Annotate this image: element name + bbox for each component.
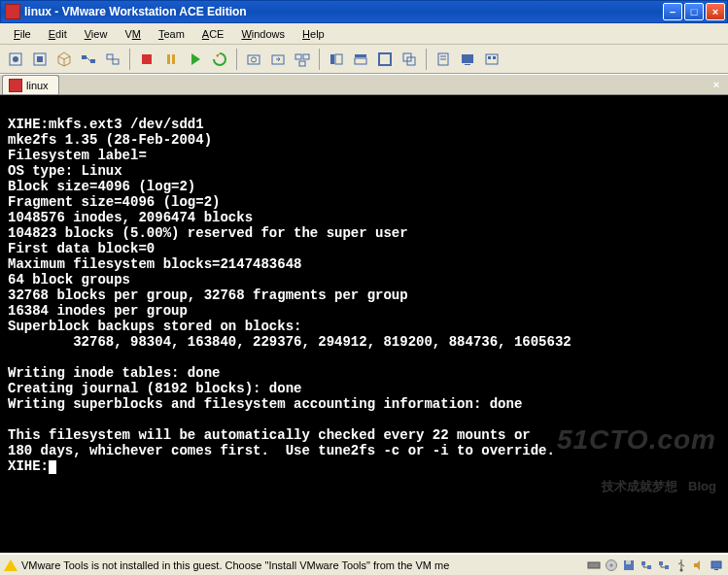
menu-edit[interactable]: Edit	[41, 26, 75, 42]
menu-file[interactable]: File	[6, 26, 39, 42]
svg-rect-27	[462, 54, 473, 63]
svg-rect-32	[588, 562, 600, 568]
svg-rect-19	[355, 54, 366, 57]
toolbar-power-icon[interactable]	[28, 48, 52, 71]
toolbar-devices-icon[interactable]	[101, 48, 124, 71]
toolbar-separator	[129, 49, 130, 70]
menu-team[interactable]: Team	[151, 26, 192, 42]
terminal-cursor	[49, 460, 56, 474]
svg-rect-14	[295, 54, 301, 59]
status-message: VMware Tools is not installed in this gu…	[21, 559, 449, 571]
warning-icon	[4, 559, 17, 571]
svg-rect-36	[626, 560, 631, 564]
snapshot-manager-icon[interactable]	[291, 48, 314, 71]
tray-network-icon[interactable]	[639, 558, 654, 573]
terminal-output: XIHE:mkfs.ext3 /dev/sdd1 mke2fs 1.35 (28…	[8, 101, 720, 458]
svg-rect-8	[142, 54, 152, 64]
menu-vm[interactable]: VM	[117, 26, 149, 42]
play-button[interactable]	[184, 48, 207, 71]
unity-icon[interactable]	[398, 48, 421, 71]
console-icon[interactable]	[456, 48, 479, 71]
snapshot-icon[interactable]	[242, 48, 265, 71]
toolbar-separator	[319, 49, 320, 70]
tab-close-button[interactable]: ×	[707, 75, 726, 94]
window-titlebar: linux - VMware Workstation ACE Edition –…	[0, 0, 728, 23]
svg-rect-16	[299, 61, 305, 66]
svg-rect-38	[647, 565, 651, 569]
svg-rect-29	[486, 54, 498, 64]
svg-rect-4	[82, 55, 87, 59]
menu-bar: File Edit View VM Team ACE Windows Help	[0, 23, 728, 45]
svg-rect-31	[493, 56, 496, 59]
svg-rect-42	[711, 561, 721, 568]
tray-display-icon[interactable]	[709, 558, 724, 573]
status-tray	[586, 558, 724, 573]
tab-linux[interactable]: linux	[2, 75, 59, 94]
svg-rect-37	[641, 561, 645, 565]
status-bar: VMware Tools is not installed in this gu…	[0, 554, 728, 575]
tray-harddisk-icon[interactable]	[586, 558, 602, 573]
tab-bar: linux ×	[0, 74, 728, 95]
svg-rect-7	[113, 59, 119, 64]
svg-rect-11	[248, 55, 260, 64]
watermark-line2: 技术成就梦想 Blog	[557, 479, 716, 494]
tray-cd-icon[interactable]	[604, 558, 619, 573]
pause-button[interactable]	[159, 48, 183, 71]
tray-floppy-icon[interactable]	[621, 558, 637, 573]
svg-rect-39	[659, 561, 663, 565]
svg-point-1	[13, 56, 18, 62]
stop-button[interactable]	[135, 48, 158, 71]
minimize-button[interactable]: –	[663, 3, 682, 20]
summary-icon[interactable]	[432, 48, 455, 71]
toolbar	[0, 45, 728, 74]
tray-usb-icon[interactable]	[674, 558, 689, 573]
svg-rect-15	[303, 54, 309, 59]
reset-button[interactable]	[208, 48, 231, 71]
svg-rect-21	[379, 53, 391, 65]
snapshot-revert-icon[interactable]	[266, 48, 290, 71]
tab-vm-icon	[9, 79, 22, 92]
svg-rect-10	[172, 54, 175, 64]
svg-rect-28	[465, 64, 470, 65]
svg-rect-43	[714, 569, 718, 570]
app-icon	[5, 4, 20, 19]
fullscreen-icon[interactable]	[373, 48, 397, 71]
terminal-console[interactable]: XIHE:mkfs.ext3 /dev/sdd1 mke2fs 1.35 (28…	[0, 95, 728, 553]
svg-rect-9	[167, 54, 170, 64]
window-title: linux - VMware Workstation ACE Edition	[24, 5, 663, 18]
toolbar-connect-icon[interactable]	[77, 48, 100, 71]
svg-rect-6	[107, 54, 113, 59]
menu-windows[interactable]: Windows	[233, 26, 293, 42]
toolbar-separator	[426, 49, 427, 70]
svg-rect-20	[355, 58, 366, 64]
terminal-prompt: XIHE:	[8, 458, 49, 474]
toolbar-separator	[236, 49, 237, 70]
svg-rect-30	[488, 56, 491, 59]
svg-rect-17	[330, 54, 334, 64]
svg-rect-18	[335, 54, 342, 64]
tab-label: linux	[26, 80, 49, 91]
menu-ace[interactable]: ACE	[194, 26, 232, 42]
close-button[interactable]: ×	[706, 3, 725, 20]
svg-point-12	[252, 57, 257, 62]
svg-rect-40	[665, 565, 669, 569]
menu-view[interactable]: View	[77, 26, 116, 42]
svg-rect-5	[90, 59, 95, 63]
svg-point-41	[680, 568, 683, 571]
appliance-icon[interactable]	[480, 48, 503, 71]
svg-rect-3	[37, 56, 43, 62]
toolbar-power-on-icon[interactable]	[4, 48, 27, 71]
sidebar-toggle-icon[interactable]	[325, 48, 348, 71]
svg-point-34	[610, 563, 613, 566]
tray-sound-icon[interactable]	[691, 558, 707, 573]
quickswitch-icon[interactable]	[349, 48, 372, 71]
window-controls: – □ ×	[663, 3, 725, 20]
toolbar-box-icon[interactable]	[52, 48, 76, 71]
tray-network2-icon[interactable]	[656, 558, 672, 573]
maximize-button[interactable]: □	[684, 3, 704, 20]
menu-help[interactable]: Help	[295, 26, 332, 42]
